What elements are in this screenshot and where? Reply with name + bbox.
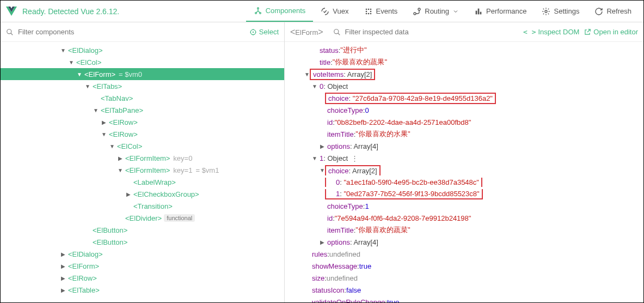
tree-row[interactable]: ▼<ElTabs> bbox=[1, 80, 284, 92]
vue-logo bbox=[5, 5, 18, 18]
select-button[interactable]: Select bbox=[249, 28, 279, 36]
svg-point-17 bbox=[7, 29, 11, 33]
inspector-tree: status: "进行中"title: "你最喜欢的蔬果"▼voteItems:… bbox=[285, 42, 643, 302]
svg-point-4 bbox=[367, 8, 369, 10]
data-row[interactable]: choiceType: 0 bbox=[285, 104, 643, 116]
filter-components-input[interactable] bbox=[18, 28, 245, 36]
tree-row[interactable]: ▼<ElCol> bbox=[1, 56, 284, 68]
svg-rect-13 bbox=[476, 10, 477, 14]
tree-row[interactable]: ▶<ElCheckboxGroup> bbox=[1, 188, 284, 200]
data-row[interactable]: choiceType: 1 bbox=[285, 200, 643, 212]
tab-refresh[interactable]: Refresh bbox=[587, 1, 639, 22]
events-icon bbox=[364, 7, 373, 16]
tree-row[interactable]: <ElButton> bbox=[1, 224, 284, 236]
svg-point-5 bbox=[370, 8, 371, 10]
data-row[interactable]: choice: "27c6da7a-9708-42a9-8e19-de4955d… bbox=[285, 92, 643, 104]
refresh-icon bbox=[594, 7, 603, 16]
data-row[interactable]: size: undefined bbox=[285, 272, 643, 284]
data-row[interactable]: rules: undefined bbox=[285, 248, 643, 260]
open-editor-button[interactable]: Open in editor bbox=[584, 28, 638, 36]
inspector-pane: <ElForm> < >Inspect DOM Open in editor s… bbox=[285, 22, 643, 302]
tab-settings[interactable]: Settings bbox=[534, 1, 587, 22]
svg-point-10 bbox=[370, 13, 371, 14]
svg-point-16 bbox=[545, 10, 547, 13]
tree-row[interactable]: <ElButton> bbox=[1, 236, 284, 248]
tree-row[interactable]: <LabelWrap> bbox=[1, 176, 284, 188]
svg-point-11 bbox=[414, 13, 416, 15]
tab-events[interactable]: Events bbox=[357, 1, 406, 22]
routing-icon bbox=[413, 7, 421, 16]
tab-vuex[interactable]: Vuex bbox=[313, 1, 356, 22]
data-row[interactable]: id: "7e594a94-f0f6-4da2-9208-7e9912b2419… bbox=[285, 212, 643, 224]
svg-point-0 bbox=[257, 8, 259, 9]
svg-rect-15 bbox=[480, 11, 482, 14]
data-row[interactable]: ▼voteItems: Array[2] bbox=[285, 68, 643, 80]
svg-point-8 bbox=[365, 13, 367, 14]
inspector-title: <ElForm> bbox=[290, 27, 323, 37]
tree-row[interactable]: ▶<ElForm> bbox=[1, 260, 284, 272]
tabs: Components Vuex Events Routing Performan… bbox=[246, 1, 639, 22]
chevron-down-icon bbox=[452, 8, 459, 15]
data-row[interactable]: statusIcon: false bbox=[285, 284, 643, 296]
search-icon bbox=[6, 28, 14, 36]
data-row[interactable]: status: "进行中" bbox=[285, 44, 643, 56]
svg-point-12 bbox=[418, 8, 420, 10]
filter-data-input[interactable] bbox=[345, 28, 519, 36]
tree-row[interactable]: <TabNav> bbox=[1, 92, 284, 104]
tree-row[interactable]: ▼<ElDialog> bbox=[1, 44, 284, 56]
components-icon bbox=[254, 7, 262, 15]
tree-row[interactable]: ▶<ElRow> bbox=[1, 272, 284, 284]
data-row[interactable]: ▶options: Array[4] bbox=[285, 236, 643, 248]
data-row[interactable]: showMessage: true bbox=[285, 260, 643, 272]
data-row[interactable]: validateOnRuleChange: true bbox=[285, 296, 643, 302]
tree-row[interactable]: ▼<ElFormItem>key=1 = $vm1 bbox=[1, 164, 284, 176]
tab-performance[interactable]: Performance bbox=[467, 1, 534, 22]
tree-row[interactable]: ▶<ElRow> bbox=[1, 116, 284, 128]
performance-icon bbox=[474, 7, 483, 16]
svg-point-7 bbox=[370, 10, 371, 12]
data-row[interactable]: id: "0b82befb-2202-4dae-aa4d-2571ea00fbd… bbox=[285, 116, 643, 128]
data-row[interactable]: 0: "a1ec1fa0-59f0-4e95-bc2b-ee38d7a3548c… bbox=[285, 176, 643, 188]
data-row[interactable]: ▼1: Object⋮ bbox=[285, 152, 643, 164]
ready-text: Ready. Detected Vue 2.6.12. bbox=[22, 7, 119, 16]
tab-components[interactable]: Components bbox=[246, 1, 314, 22]
tab-routing[interactable]: Routing bbox=[405, 1, 467, 22]
data-row[interactable]: ▶options: Array[4] bbox=[285, 140, 643, 152]
svg-point-19 bbox=[253, 32, 253, 32]
data-row[interactable]: ▼choice: Array[2] bbox=[285, 164, 643, 176]
svg-point-9 bbox=[367, 13, 369, 14]
svg-point-6 bbox=[365, 10, 367, 12]
data-row[interactable]: itemTitle: "你最喜欢的水果" bbox=[285, 128, 643, 140]
settings-icon bbox=[542, 7, 550, 16]
header: Ready. Detected Vue 2.6.12. Components V… bbox=[1, 1, 643, 22]
tree-row[interactable]: ▼<ElForm>= $vm0 bbox=[1, 68, 284, 80]
search-icon bbox=[333, 28, 341, 36]
data-row[interactable]: title: "你最喜欢的蔬果" bbox=[285, 56, 643, 68]
inspect-dom-button[interactable]: < >Inspect DOM bbox=[523, 28, 579, 36]
data-row[interactable]: ▼0: Object bbox=[285, 80, 643, 92]
tree-row[interactable]: <ElDivider>functional bbox=[1, 212, 284, 224]
vuex-icon bbox=[321, 7, 329, 16]
target-icon bbox=[249, 28, 257, 36]
svg-point-20 bbox=[334, 29, 338, 33]
data-row[interactable]: itemTitle: "你最喜欢的蔬菜" bbox=[285, 224, 643, 236]
tree-row[interactable]: <Transition> bbox=[1, 200, 284, 212]
external-icon bbox=[584, 28, 591, 36]
component-tree: ▼<ElDialog>▼<ElCol>▼<ElForm>= $vm0▼<ElTa… bbox=[1, 42, 284, 302]
data-row[interactable]: 1: "0ed27a37-7b52-456f-9f13-9bcdd85523c8… bbox=[285, 188, 643, 200]
svg-point-3 bbox=[365, 8, 367, 10]
tree-row[interactable]: ▶<ElDialog> bbox=[1, 248, 284, 260]
tree-row[interactable]: ▶<ElTable> bbox=[1, 284, 284, 296]
tree-row[interactable]: ▼<ElTabPane> bbox=[1, 104, 284, 116]
tree-row[interactable]: ▶<ElFormItem>key=0 bbox=[1, 152, 284, 164]
components-pane: Select ▼<ElDialog>▼<ElCol>▼<ElForm>= $vm… bbox=[1, 22, 285, 302]
tree-row[interactable]: ▼<ElCol> bbox=[1, 140, 284, 152]
tree-row[interactable]: ▼<ElRow> bbox=[1, 128, 284, 140]
svg-rect-14 bbox=[478, 8, 480, 14]
